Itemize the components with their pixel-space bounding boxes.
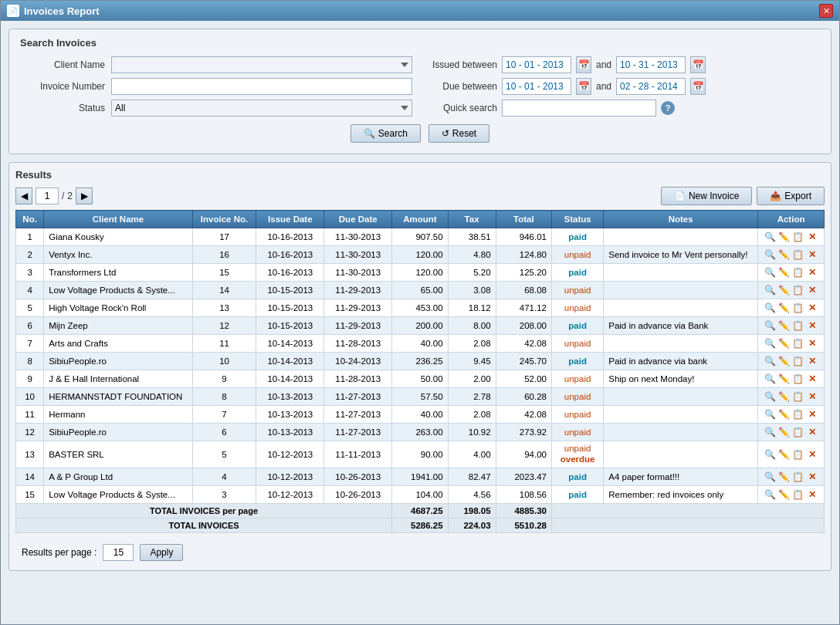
cell-status: unpaid (552, 388, 604, 406)
copy-icon[interactable]: 📋 (792, 266, 804, 279)
per-page-input[interactable] (103, 544, 134, 561)
copy-icon[interactable]: 📋 (792, 248, 804, 261)
edit-icon[interactable]: ✏️ (778, 448, 791, 461)
col-header-due-date[interactable]: Due Date (324, 211, 392, 228)
delete-icon[interactable]: ✕ (806, 373, 818, 385)
col-header-notes[interactable]: Notes (604, 211, 758, 228)
col-header-invoice[interactable]: Invoice No. (192, 211, 256, 228)
copy-icon[interactable]: 📋 (792, 319, 804, 332)
due-from-input[interactable] (502, 78, 571, 95)
delete-icon[interactable]: ✕ (806, 471, 818, 483)
delete-icon[interactable]: ✕ (806, 488, 818, 501)
client-name-select[interactable] (111, 56, 412, 73)
delete-icon[interactable]: ✕ (806, 337, 818, 350)
delete-icon[interactable]: ✕ (806, 426, 818, 438)
due-to-input[interactable] (616, 78, 686, 95)
edit-icon[interactable]: ✏️ (778, 408, 791, 421)
edit-icon[interactable]: ✏️ (778, 373, 791, 385)
delete-icon[interactable]: ✕ (806, 319, 818, 332)
delete-icon[interactable]: ✕ (806, 408, 818, 421)
quick-search-input[interactable] (502, 100, 656, 117)
edit-icon[interactable]: ✏️ (778, 390, 791, 403)
cell-status: paid (552, 353, 604, 370)
view-icon[interactable]: 🔍 (764, 319, 777, 332)
copy-icon[interactable]: 📋 (792, 337, 804, 350)
due-from-calendar-icon[interactable]: 📅 (576, 78, 591, 95)
delete-icon[interactable]: ✕ (806, 355, 818, 367)
delete-icon[interactable]: ✕ (806, 284, 818, 296)
next-page-button[interactable]: ▶ (76, 188, 93, 204)
cell-issue-date: 10-16-2013 (256, 246, 324, 264)
edit-icon[interactable]: ✏️ (778, 284, 791, 296)
copy-icon[interactable]: 📋 (792, 471, 804, 483)
delete-icon[interactable]: ✕ (806, 302, 818, 314)
delete-icon[interactable]: ✕ (806, 448, 818, 461)
view-icon[interactable]: 🔍 (764, 471, 777, 483)
view-icon[interactable]: 🔍 (764, 266, 777, 279)
view-icon[interactable]: 🔍 (764, 355, 777, 367)
copy-icon[interactable]: 📋 (792, 284, 804, 296)
issued-to-input[interactable] (616, 56, 686, 73)
edit-icon[interactable]: ✏️ (778, 319, 791, 332)
view-icon[interactable]: 🔍 (764, 390, 777, 403)
edit-icon[interactable]: ✏️ (778, 337, 791, 350)
delete-icon[interactable]: ✕ (806, 390, 818, 403)
view-icon[interactable]: 🔍 (764, 373, 777, 385)
edit-icon[interactable]: ✏️ (778, 355, 791, 367)
edit-icon[interactable]: ✏️ (778, 266, 791, 279)
due-to-calendar-icon[interactable]: 📅 (690, 78, 706, 95)
cell-action: 🔍 ✏️ 📋 ✕ (758, 335, 825, 353)
col-header-issue-date[interactable]: Issue Date (256, 211, 324, 228)
close-button[interactable]: ✕ (819, 4, 833, 18)
copy-icon[interactable]: 📋 (792, 302, 804, 314)
copy-icon[interactable]: 📋 (792, 373, 804, 385)
edit-icon[interactable]: ✏️ (778, 248, 791, 261)
view-icon[interactable]: 🔍 (764, 408, 777, 421)
page-current-input[interactable] (36, 188, 59, 204)
view-icon[interactable]: 🔍 (764, 448, 777, 461)
edit-icon[interactable]: ✏️ (778, 426, 791, 438)
quick-search-help-icon[interactable]: ? (661, 101, 675, 115)
col-header-status[interactable]: Status (552, 211, 604, 228)
reset-button[interactable]: ↺ Reset (428, 124, 489, 143)
delete-icon[interactable]: ✕ (806, 231, 818, 243)
edit-icon[interactable]: ✏️ (778, 488, 791, 501)
copy-icon[interactable]: 📋 (792, 488, 804, 501)
view-icon[interactable]: 🔍 (764, 302, 777, 314)
invoice-number-input[interactable] (111, 78, 412, 95)
col-header-client[interactable]: Client Name (44, 211, 192, 228)
delete-icon[interactable]: ✕ (806, 248, 818, 261)
new-invoice-button[interactable]: 📄 New Invoice (661, 187, 752, 205)
status-select[interactable]: All Paid Unpaid Overdue (111, 100, 412, 117)
search-button[interactable]: 🔍 Search (351, 124, 421, 143)
issued-to-calendar-icon[interactable]: 📅 (690, 56, 706, 73)
copy-icon[interactable]: 📋 (792, 448, 804, 461)
cell-tax: 18.12 (448, 299, 496, 317)
view-icon[interactable]: 🔍 (764, 488, 777, 501)
cell-action: 🔍 ✏️ 📋 ✕ (758, 406, 825, 424)
col-header-total[interactable]: Total (496, 211, 551, 228)
edit-icon[interactable]: ✏️ (778, 231, 791, 243)
copy-icon[interactable]: 📋 (792, 355, 804, 367)
issued-from-calendar-icon[interactable]: 📅 (576, 56, 591, 73)
cell-notes (604, 441, 758, 468)
copy-icon[interactable]: 📋 (792, 408, 804, 421)
issued-from-input[interactable] (502, 56, 571, 73)
view-icon[interactable]: 🔍 (764, 248, 777, 261)
edit-icon[interactable]: ✏️ (778, 471, 791, 483)
delete-icon[interactable]: ✕ (806, 266, 818, 279)
view-icon[interactable]: 🔍 (764, 337, 777, 350)
col-header-tax[interactable]: Tax (448, 211, 496, 228)
col-header-amount[interactable]: Amount (392, 211, 448, 228)
copy-icon[interactable]: 📋 (792, 426, 804, 438)
export-button[interactable]: 📤 Export (757, 187, 825, 205)
apply-button[interactable]: Apply (140, 544, 183, 561)
total-per-page-amount: 4687.25 (392, 503, 448, 518)
view-icon[interactable]: 🔍 (764, 231, 777, 243)
prev-page-button[interactable]: ◀ (15, 188, 32, 204)
view-icon[interactable]: 🔍 (764, 426, 777, 438)
copy-icon[interactable]: 📋 (792, 231, 804, 243)
view-icon[interactable]: 🔍 (764, 284, 777, 296)
copy-icon[interactable]: 📋 (792, 390, 804, 403)
edit-icon[interactable]: ✏️ (778, 302, 791, 314)
